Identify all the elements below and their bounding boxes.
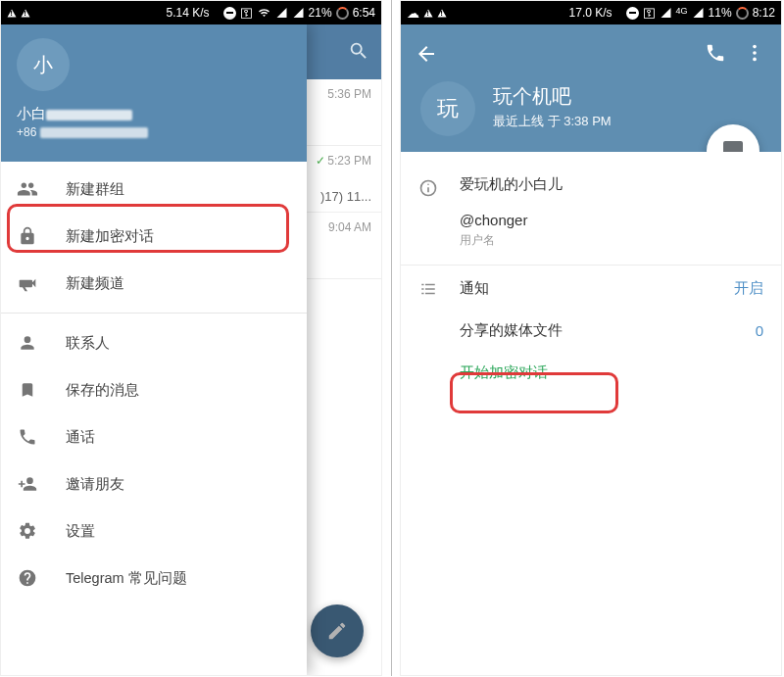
statusbar-right: ☁ ! ! 17.0 K/s ⚿ 4G 11% 8:12 <box>401 1 781 24</box>
spinner-icon <box>336 7 349 20</box>
clock-text: 6:54 <box>353 6 375 20</box>
redacted-text <box>40 127 148 138</box>
drawer-username: 小白 <box>17 105 291 123</box>
phone-icon <box>17 427 38 447</box>
chat-row[interactable]: ✓5:23 PM )17) 11... <box>305 146 381 213</box>
drawer-item-label: 设置 <box>66 522 95 541</box>
drawer-item-label: 通话 <box>66 428 95 447</box>
phone-right: ☁ ! ! 17.0 K/s ⚿ 4G 11% 8:12 玩 <box>400 0 782 676</box>
avatar-letter: 小 <box>33 52 53 78</box>
svg-rect-8 <box>421 288 423 290</box>
svg-point-2 <box>753 58 757 62</box>
drawer-item-new-channel[interactable]: 新建频道 <box>1 260 307 307</box>
start-secret-chat-label: 开始加密对话 <box>460 363 548 380</box>
group-icon <box>17 178 38 200</box>
network-speed: 5.14 K/s <box>167 6 210 20</box>
drawer-item-label: 保存的消息 <box>66 381 139 400</box>
divider <box>401 265 781 266</box>
divider <box>1 313 307 314</box>
spinner-icon <box>736 7 749 20</box>
row-shared-media[interactable]: 分享的媒体文件 0 <box>401 310 781 352</box>
drawer-item-label: 新建频道 <box>66 274 124 293</box>
drawer-item-saved[interactable]: 保存的消息 <box>1 366 307 413</box>
profile-username[interactable]: @chonger <box>460 212 763 228</box>
drawer-item-faq[interactable]: Telegram 常见问题 <box>1 555 307 602</box>
svg-rect-11 <box>425 292 435 294</box>
redacted-text <box>46 110 132 121</box>
gear-icon <box>17 521 38 541</box>
profile-status: 最近上线 于 3:38 PM <box>493 113 612 130</box>
info-icon <box>418 175 460 198</box>
avatar-letter: 玩 <box>437 94 459 123</box>
bookmark-icon <box>17 380 38 400</box>
svg-point-5 <box>427 183 429 185</box>
wechat-icon: ☁ <box>407 6 419 21</box>
row-label: 分享的媒体文件 <box>460 321 756 340</box>
svg-point-1 <box>753 51 757 55</box>
signal-icon <box>275 7 288 19</box>
row-notifications[interactable]: 通知 开启 <box>401 267 781 310</box>
profile-name: 玩个机吧 <box>493 83 571 110</box>
screenshot-divider <box>391 0 392 676</box>
svg-rect-7 <box>425 283 435 285</box>
megaphone-icon <box>17 273 38 293</box>
row-start-secret-chat[interactable]: 开始加密对话 <box>401 352 781 394</box>
battery-text: 21% <box>309 6 332 20</box>
drawer-header: 小 小白 +86 <box>1 24 307 162</box>
help-icon <box>17 568 38 588</box>
compose-fab[interactable] <box>311 604 364 657</box>
chat-row[interactable]: 5:36 PM <box>305 79 381 146</box>
signal-icon <box>660 7 672 19</box>
drawer-list: 新建群组 新建加密对话 新建频道 联系人 <box>1 162 307 602</box>
key-icon: ⚿ <box>643 6 656 21</box>
drawer-item-calls[interactable]: 通话 <box>1 413 307 460</box>
profile-avatar[interactable]: 玩 <box>420 81 475 136</box>
person-add-icon <box>17 474 38 494</box>
navigation-drawer: 小 小白 +86 新建群组 新建加密对话 <box>1 24 307 675</box>
drawer-item-new-secret-chat[interactable]: 新建加密对话 <box>1 213 307 260</box>
avatar[interactable]: 小 <box>17 38 70 91</box>
dnd-icon <box>626 7 639 20</box>
statusbar-left: ! ! 5.14 K/s ⚿ 21% 6:54 <box>1 1 381 24</box>
signal-icon <box>692 7 705 19</box>
key-icon: ⚿ <box>240 6 253 21</box>
signal-icon <box>292 7 305 19</box>
more-button[interactable] <box>744 42 765 64</box>
person-icon <box>17 333 38 353</box>
info-section: 爱玩机的小白儿 @chonger 用户名 <box>401 152 781 249</box>
drawer-item-label: 新建群组 <box>66 180 124 199</box>
profile-bio: 爱玩机的小白儿 <box>460 175 763 194</box>
dnd-icon <box>223 7 236 20</box>
call-button[interactable] <box>705 42 726 64</box>
svg-rect-10 <box>421 292 423 294</box>
lock-icon <box>17 226 38 246</box>
row-value: 0 <box>756 322 763 339</box>
svg-point-0 <box>753 45 757 49</box>
row-label: 通知 <box>460 279 734 298</box>
drawer-item-contacts[interactable]: 联系人 <box>1 319 307 366</box>
warning-icon: ! <box>8 9 17 17</box>
phone-left: ! ! 5.14 K/s ⚿ 21% 6:54 <box>0 0 382 676</box>
drawer-item-new-group[interactable]: 新建群组 <box>1 166 307 213</box>
row-value: 开启 <box>734 279 763 298</box>
back-button[interactable] <box>415 42 438 66</box>
chat-row[interactable]: 9:04 AM <box>305 213 381 279</box>
network-4g-text: 4G <box>676 6 688 16</box>
check-icon: ✓ <box>316 154 325 168</box>
chat-list-peek: 5:36 PM ✓5:23 PM )17) 11... 9:04 AM <box>305 79 381 279</box>
drawer-item-label: 邀请朋友 <box>66 475 124 494</box>
drawer-item-settings[interactable]: 设置 <box>1 508 307 555</box>
drawer-item-label: 新建加密对话 <box>66 227 154 246</box>
profile-username-label: 用户名 <box>460 232 763 249</box>
chat-time: 9:04 AM <box>305 220 371 234</box>
chat-time: 5:23 PM <box>327 154 371 168</box>
wifi-icon <box>257 7 271 19</box>
battery-text: 11% <box>709 6 732 20</box>
search-icon[interactable] <box>348 40 369 62</box>
drawer-item-label: Telegram 常见问题 <box>66 569 187 588</box>
drawer-item-invite[interactable]: 邀请朋友 <box>1 460 307 508</box>
drawer-item-label: 联系人 <box>66 334 110 353</box>
network-speed: 17.0 K/s <box>569 6 612 20</box>
svg-rect-6 <box>421 283 423 285</box>
clock-text: 8:12 <box>753 6 775 20</box>
